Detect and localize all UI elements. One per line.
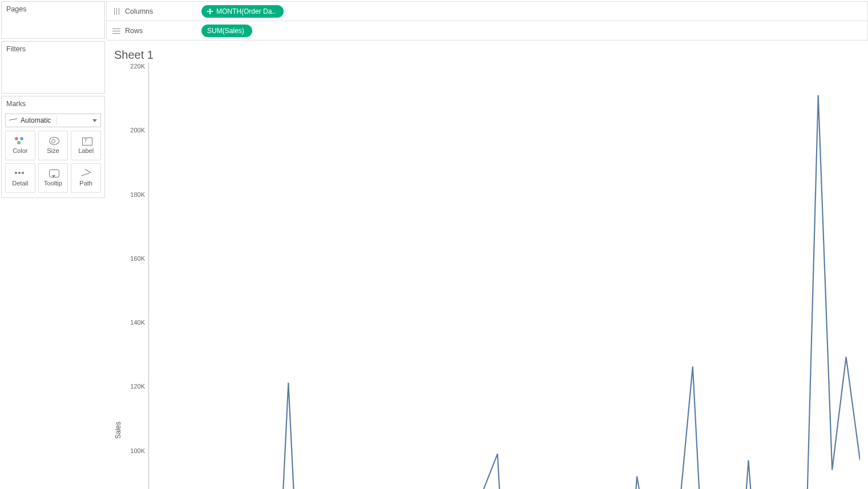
tooltip-icon (49, 169, 59, 177)
columns-shelf-label: Columns (125, 7, 153, 15)
columns-pill-month-order-date[interactable]: MONTH(Order Da.. (201, 5, 284, 18)
color-icon (15, 137, 25, 145)
columns-icon (112, 8, 120, 15)
marks-shelf-grid: Color Size Label Detail Tooltip Path (2, 131, 104, 193)
line-chart[interactable] (148, 63, 860, 489)
column-row-shelves: Columns MONTH(Order Da.. Rows SUM(Sales) (106, 0, 868, 41)
worksheet-area: Columns MONTH(Order Da.. Rows SUM(Sales)… (106, 0, 868, 489)
marks-card: Marks Automatic Color Size Label Detail (1, 96, 105, 198)
detail-shelf-button[interactable]: Detail (5, 163, 35, 193)
mark-type-value: Automatic (21, 116, 51, 124)
filters-card[interactable]: Filters (1, 41, 105, 94)
pages-card[interactable]: Pages (1, 1, 105, 39)
label-icon (82, 138, 92, 146)
line-chart-icon (9, 118, 17, 123)
chevron-down-icon (92, 119, 97, 122)
mark-type-dropdown[interactable]: Automatic (5, 114, 101, 127)
detail-icon (15, 169, 25, 177)
path-icon (81, 169, 91, 177)
rows-shelf[interactable]: Rows SUM(Sales) (106, 21, 868, 40)
size-icon (49, 137, 59, 145)
y-axis-title[interactable]: Sales (113, 402, 123, 459)
rows-shelf-label: Rows (125, 27, 143, 35)
rows-icon (112, 27, 120, 34)
sheet-title[interactable]: Sheet 1 (114, 49, 860, 62)
viz-canvas: Sheet 1 Sales 220K200K180K160K140K120K10… (106, 41, 868, 489)
expand-icon (207, 9, 213, 14)
size-shelf-button[interactable]: Size (38, 131, 68, 160)
path-shelf-button[interactable]: Path (71, 163, 101, 193)
side-panels: Pages Filters Marks Automatic Color Size… (0, 0, 106, 489)
y-axis-ticks: 220K200K180K160K140K120K100K80K60K40K20K… (123, 63, 148, 489)
pages-label: Pages (2, 2, 104, 17)
rows-pill-sum-sales[interactable]: SUM(Sales) (201, 25, 252, 37)
filters-label: Filters (2, 42, 104, 56)
marks-label: Marks (2, 96, 104, 111)
label-shelf-button[interactable]: Label (71, 131, 101, 160)
columns-shelf[interactable]: Columns MONTH(Order Da.. (106, 1, 868, 21)
color-shelf-button[interactable]: Color (5, 131, 35, 160)
tooltip-shelf-button[interactable]: Tooltip (38, 163, 68, 193)
